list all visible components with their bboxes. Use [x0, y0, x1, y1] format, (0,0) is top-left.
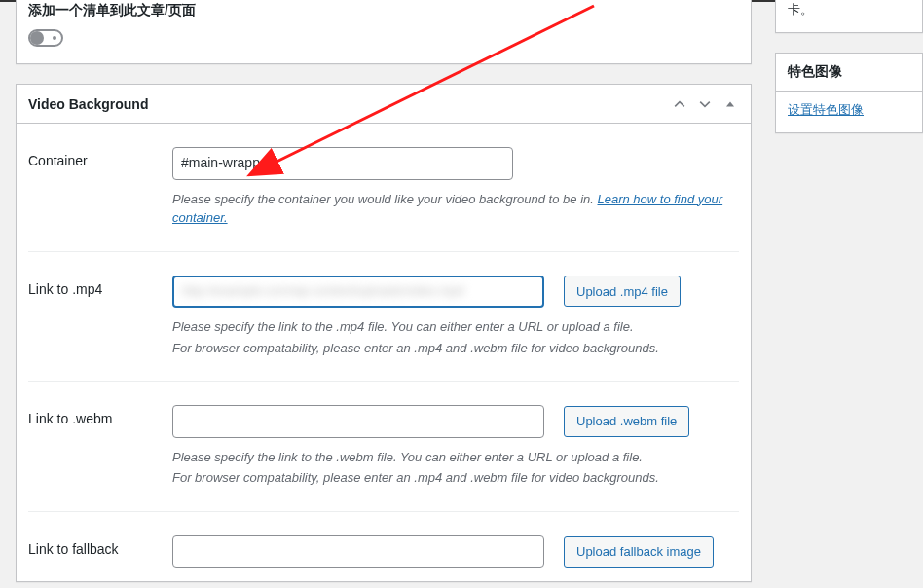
field-mp4: Link to .mp4 http://example.com/wp-conte… — [28, 252, 739, 383]
featured-image-box: 特色图像 设置特色图像 — [775, 53, 923, 133]
video-background-box: Video Background Container — [16, 84, 752, 582]
checklist-toggle[interactable] — [28, 29, 63, 47]
fallback-label: Link to fallback — [28, 535, 172, 569]
webm-help2: For browser compatability, please enter … — [172, 468, 739, 488]
webm-input[interactable] — [172, 405, 544, 438]
container-help: Please specify the container you would l… — [172, 190, 739, 228]
field-webm: Link to .webm Upload .webm file Please s… — [28, 382, 739, 512]
toggle-knob — [30, 31, 44, 45]
mp4-help1: Please specify the link to the .mp4 file… — [172, 317, 739, 337]
mp4-label: Link to .mp4 — [28, 276, 172, 358]
checklist-box: 添加一个清单到此文章/页面 — [16, 0, 752, 64]
container-help-text: Please specify the container you would l… — [172, 192, 597, 206]
collapse-icon[interactable] — [721, 95, 739, 113]
set-featured-image-link[interactable]: 设置特色图像 — [788, 102, 864, 117]
upload-fallback-button[interactable]: Upload fallback image — [564, 536, 714, 568]
vb-title: Video Background — [28, 96, 148, 112]
container-input[interactable] — [172, 147, 513, 180]
mp4-help2: For browser compatability, please enter … — [172, 339, 739, 358]
upload-mp4-button[interactable]: Upload .mp4 file — [564, 276, 681, 307]
toggle-dot — [53, 36, 56, 40]
vb-header: Video Background — [17, 85, 751, 124]
webm-help1: Please specify the link to the .webm fil… — [172, 448, 739, 467]
sidebar-top-box: 卡。 — [775, 0, 923, 33]
field-fallback: Link to fallback Upload fallback image — [28, 512, 739, 569]
fallback-input[interactable] — [172, 535, 544, 569]
sidebar-top-fragment: 卡。 — [788, 0, 910, 20]
upload-webm-button[interactable]: Upload .webm file — [564, 406, 689, 437]
field-container: Container Please specify the container y… — [28, 137, 739, 252]
move-down-icon[interactable] — [696, 95, 714, 113]
move-up-icon[interactable] — [671, 95, 688, 113]
container-label: Container — [28, 147, 172, 228]
webm-label: Link to .webm — [28, 405, 172, 488]
checklist-label: 添加一个清单到此文章/页面 — [28, 0, 739, 29]
vb-body: Container Please specify the container y… — [17, 124, 751, 581]
featured-image-title: 特色图像 — [776, 54, 922, 92]
